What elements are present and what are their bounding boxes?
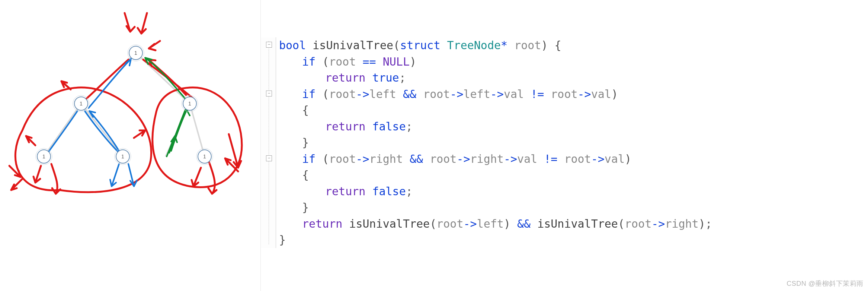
code-token bbox=[403, 152, 410, 165]
code-token: TreeNode bbox=[447, 39, 501, 52]
code-token: root bbox=[329, 152, 356, 165]
code-token: ) bbox=[699, 217, 705, 230]
code-line: return isUnivalTree(root->left) && isUni… bbox=[279, 216, 712, 232]
code-line: return false; bbox=[279, 183, 712, 200]
code-token: false bbox=[372, 120, 406, 133]
code-token bbox=[306, 39, 313, 52]
code-lines: bool isUnivalTree(struct TreeNode* root)… bbox=[276, 37, 712, 248]
code-token: && bbox=[410, 152, 423, 165]
code-token: root bbox=[329, 88, 356, 101]
code-token: ) bbox=[611, 88, 618, 101]
code-token: struct bbox=[400, 39, 440, 52]
code-token: isUnivalTree bbox=[537, 217, 618, 230]
code-token: == bbox=[363, 55, 376, 68]
code-token: ( bbox=[322, 152, 329, 165]
code-token: ( bbox=[322, 55, 329, 68]
code-token: isUnivalTree bbox=[313, 39, 393, 52]
code-token: -> bbox=[464, 217, 477, 230]
code-token: val bbox=[591, 88, 611, 101]
code-token: ; bbox=[399, 71, 406, 84]
tree-node-value: 1 bbox=[188, 101, 191, 107]
code-token: -> bbox=[504, 152, 517, 165]
tree-edges bbox=[44, 53, 205, 156]
code-token: -> bbox=[356, 152, 369, 165]
code-token bbox=[524, 88, 531, 101]
code-token: && bbox=[517, 217, 531, 230]
code-line: } bbox=[279, 232, 712, 248]
code-token: root bbox=[514, 39, 541, 52]
code-token: ) bbox=[625, 152, 631, 165]
code-token: right bbox=[470, 152, 504, 165]
code-token bbox=[316, 152, 322, 165]
code-token: -> bbox=[490, 88, 504, 101]
code-token: ( bbox=[393, 39, 400, 52]
code-token: } bbox=[302, 136, 309, 149]
code-line: { bbox=[279, 167, 712, 183]
code-token: if bbox=[302, 88, 316, 101]
code-token bbox=[544, 88, 551, 101]
code-token: left bbox=[369, 88, 396, 101]
code-token: ) bbox=[504, 217, 510, 230]
tree-node-value: 1 bbox=[121, 154, 124, 159]
code-token bbox=[557, 152, 564, 165]
red-annotations bbox=[9, 13, 242, 194]
code-token: -> bbox=[450, 88, 463, 101]
code-token bbox=[396, 88, 403, 101]
code-token: ) bbox=[410, 55, 416, 68]
code-token: -> bbox=[356, 88, 369, 101]
code-token: right bbox=[665, 217, 698, 230]
code-token: true bbox=[372, 71, 399, 84]
code-token bbox=[316, 55, 322, 68]
code-area: −−− bool isUnivalTree(struct TreeNode* r… bbox=[261, 37, 868, 248]
code-token: val bbox=[504, 88, 524, 101]
code-token: root bbox=[329, 55, 356, 68]
code-token: { bbox=[302, 104, 309, 117]
code-token bbox=[365, 71, 372, 84]
tree-diagram-panel: 111111 bbox=[0, 0, 260, 291]
code-token: } bbox=[302, 201, 309, 214]
code-token: != bbox=[544, 152, 557, 165]
code-line: } bbox=[279, 135, 712, 151]
blue-annotations bbox=[48, 59, 137, 186]
watermark-text: CSDN @垂柳斜下茉莉雨 bbox=[787, 279, 864, 288]
code-token: left bbox=[477, 217, 504, 230]
code-token: root bbox=[430, 152, 457, 165]
code-token: root bbox=[551, 88, 577, 101]
code-token: root bbox=[436, 217, 463, 230]
code-line: return true; bbox=[279, 70, 712, 86]
code-token bbox=[365, 185, 372, 198]
code-token: val bbox=[605, 152, 625, 165]
code-token: left bbox=[464, 88, 490, 101]
code-token bbox=[531, 217, 537, 230]
code-line: if (root->right && root->right->val != r… bbox=[279, 151, 712, 167]
code-line: } bbox=[279, 199, 712, 216]
code-token: ( bbox=[430, 217, 436, 230]
code-token: root bbox=[564, 152, 591, 165]
code-line: { bbox=[279, 102, 712, 118]
fold-toggle[interactable]: − bbox=[266, 91, 272, 97]
code-token bbox=[548, 39, 555, 52]
code-token: ; bbox=[705, 217, 712, 230]
code-token: isUnivalTree bbox=[349, 217, 430, 230]
code-token: { bbox=[302, 168, 309, 181]
code-token: -> bbox=[651, 217, 665, 230]
fold-toggle[interactable]: − bbox=[266, 155, 272, 161]
code-token: ; bbox=[406, 185, 413, 198]
code-token bbox=[416, 88, 423, 101]
fold-toggle[interactable]: − bbox=[266, 42, 272, 48]
code-token bbox=[316, 88, 322, 101]
code-token: root bbox=[423, 88, 450, 101]
code-token: root bbox=[625, 217, 651, 230]
tree-node-value: 1 bbox=[134, 50, 137, 56]
code-token bbox=[507, 39, 514, 52]
svg-line-3 bbox=[81, 104, 123, 156]
code-token: -> bbox=[457, 152, 470, 165]
code-token bbox=[376, 55, 383, 68]
code-token: right bbox=[369, 152, 403, 165]
code-line: return false; bbox=[279, 118, 712, 135]
tree-node-value: 1 bbox=[203, 154, 206, 159]
code-token: && bbox=[403, 88, 416, 101]
code-token: ; bbox=[406, 120, 413, 133]
code-token: * bbox=[501, 39, 507, 52]
code-token: if bbox=[302, 55, 316, 68]
